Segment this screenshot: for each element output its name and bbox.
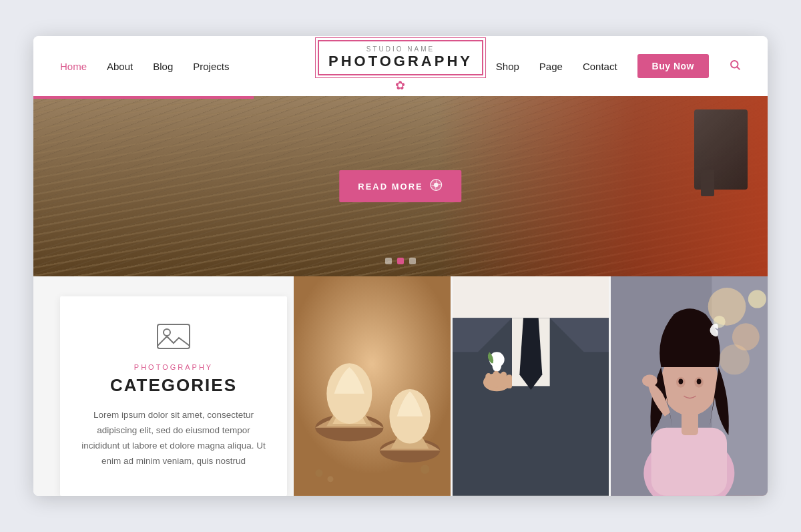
camera-bag xyxy=(694,109,748,190)
svg-rect-7 xyxy=(294,276,451,496)
photo-food xyxy=(294,276,451,496)
logo: STUDIO NAME PHOTOGRAPHY ✿ xyxy=(318,40,483,93)
logo-photography: PHOTOGRAPHY xyxy=(328,53,473,70)
slider-dot-3[interactable] xyxy=(409,258,416,264)
svg-point-12 xyxy=(315,469,322,477)
hero-slider: READ MORE xyxy=(33,96,768,276)
svg-rect-24 xyxy=(501,372,507,388)
photo-grid xyxy=(294,276,768,496)
photo-portrait xyxy=(611,276,768,496)
nav-contact[interactable]: Contact xyxy=(583,61,617,72)
read-more-label: READ MORE xyxy=(358,182,423,192)
categories-body-text: Lorem ipsum dolor sit amet, consectetur … xyxy=(80,408,267,469)
slider-dot-1[interactable] xyxy=(385,258,392,264)
content-section: PHOTOGRAPHY CATEGORIES Lorem ipsum dolor… xyxy=(33,276,768,496)
buy-now-button[interactable]: Buy Now xyxy=(637,54,709,78)
svg-point-14 xyxy=(421,465,430,474)
hero-person xyxy=(437,96,768,276)
svg-point-3 xyxy=(434,183,439,188)
svg-rect-34 xyxy=(651,428,727,496)
svg-point-5 xyxy=(164,329,170,336)
read-more-button[interactable]: READ MORE xyxy=(339,170,461,202)
svg-point-20 xyxy=(492,360,501,372)
svg-point-41 xyxy=(642,374,657,386)
svg-point-31 xyxy=(720,344,750,374)
search-icon[interactable] xyxy=(729,59,741,74)
browser-window: Home About Blog Projects STUDIO NAME PHO… xyxy=(33,36,768,496)
logo-studio-name: STUDIO NAME xyxy=(328,45,473,53)
image-icon xyxy=(80,323,267,352)
slider-dot-2[interactable] xyxy=(397,258,404,264)
svg-rect-25 xyxy=(507,374,512,388)
slider-dots xyxy=(385,258,416,264)
svg-point-30 xyxy=(748,290,766,308)
nav-about[interactable]: About xyxy=(107,61,133,72)
svg-rect-23 xyxy=(493,371,499,388)
svg-point-40 xyxy=(697,379,702,384)
categories-title: CATEGORIES xyxy=(80,375,267,396)
nav-page[interactable]: Page xyxy=(539,61,563,72)
hero-background: READ MORE xyxy=(33,96,768,276)
svg-point-39 xyxy=(679,379,684,384)
nav-home[interactable]: Home xyxy=(60,61,87,72)
svg-line-1 xyxy=(737,67,739,69)
photo-wedding xyxy=(453,276,609,496)
nav-projects[interactable]: Projects xyxy=(193,61,229,72)
categories-subtitle: PHOTOGRAPHY xyxy=(80,363,267,371)
shutter-icon xyxy=(430,178,443,194)
nav-shop[interactable]: Shop xyxy=(496,61,519,72)
svg-rect-22 xyxy=(485,373,491,388)
svg-point-13 xyxy=(327,476,333,482)
nav-blog[interactable]: Blog xyxy=(153,61,173,72)
navbar: Home About Blog Projects STUDIO NAME PHO… xyxy=(33,36,768,96)
nav-right: Shop Page Contact Buy Now xyxy=(496,54,741,78)
logo-border: STUDIO NAME PHOTOGRAPHY xyxy=(318,40,483,75)
categories-card: PHOTOGRAPHY CATEGORIES Lorem ipsum dolor… xyxy=(60,296,287,496)
shutter-icon: ✿ xyxy=(318,78,483,93)
svg-rect-4 xyxy=(158,324,190,348)
nav-left: Home About Blog Projects xyxy=(60,61,229,72)
